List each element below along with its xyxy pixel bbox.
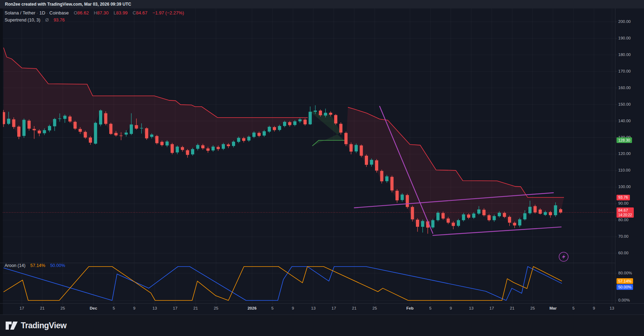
- close-value: 84.67: [136, 10, 148, 15]
- time-axis-divider: [0, 303, 644, 304]
- price-tick-label: 140.00: [618, 119, 631, 123]
- time-tick-label: 5: [271, 306, 274, 310]
- time-tick-label: 9: [292, 306, 294, 310]
- price-tick-label: 190.00: [618, 36, 631, 40]
- time-tick-label: 9: [593, 306, 595, 310]
- last-price-value: 84.67: [618, 208, 632, 213]
- low-value: 83.99: [116, 10, 128, 15]
- open-label: O: [74, 10, 77, 15]
- time-tick-label: Dec: [90, 306, 97, 310]
- time-tick-label: 13: [153, 306, 157, 310]
- supertrend-legend[interactable]: Supertrend (10, 3) Ø 93.76: [5, 18, 65, 23]
- tradingview-snapshot: Ron2ee created with TradingView.com, Mar…: [0, 0, 644, 336]
- interval-label: 1D: [39, 10, 45, 15]
- time-tick-label: 21: [40, 306, 45, 310]
- average-symbol: Ø: [45, 18, 49, 23]
- time-tick-label: 13: [469, 306, 474, 310]
- time-tick-label: 25: [214, 306, 219, 310]
- exchange-label: Coinbase: [49, 10, 69, 15]
- price-tick-label: 80.00: [618, 218, 628, 222]
- supertrend-value: 93.76: [54, 18, 65, 23]
- left-edge-strip: [0, 8, 3, 315]
- time-tick-label: 25: [530, 306, 535, 310]
- time-tick-label: Mar: [550, 306, 557, 310]
- open-value: 86.62: [77, 10, 89, 15]
- attribution-bar: Ron2ee created with TradingView.com, Mar…: [0, 0, 644, 8]
- time-tick-label: 21: [510, 306, 515, 310]
- low-label: L: [114, 10, 116, 15]
- price-tick-label: 200.00: [618, 19, 631, 24]
- time-tick-label: 2026: [247, 306, 257, 310]
- main-chart[interactable]: [0, 0, 644, 336]
- time-tick-label: 9: [133, 306, 135, 310]
- time-tick-label: 21: [352, 306, 357, 310]
- supertrend-up-price-tag: 128.30: [617, 137, 632, 143]
- price-tick-label: 90.00: [618, 201, 628, 205]
- aroon-legend[interactable]: Aroon (14) 57.14% 50.00%: [5, 263, 65, 268]
- time-tick-label: 25: [61, 306, 65, 310]
- time-tick-label: 17: [173, 306, 178, 310]
- aroon-up-tag: 57.14%: [617, 278, 633, 284]
- time-tick-label: Feb: [406, 306, 413, 310]
- time-tick-label: 17: [20, 306, 24, 310]
- time-tick-label: 21: [194, 306, 198, 310]
- price-tick-label: 120.00: [618, 151, 631, 156]
- price-tick-label: 70.00: [618, 234, 628, 238]
- time-tick-label: 25: [373, 306, 377, 310]
- close-label: C: [133, 10, 136, 15]
- symbol-legend[interactable]: Solana / Tether · 1D · Coinbase O86.62 H…: [5, 10, 184, 15]
- time-tick-label: 17: [490, 306, 494, 310]
- pane-divider[interactable]: [0, 263, 615, 263]
- price-tick-label: 160.00: [618, 86, 631, 90]
- price-tick-label: 110.00: [618, 168, 630, 172]
- aroon-down-value: 50.00%: [50, 263, 65, 268]
- time-tick-label: 5: [572, 306, 575, 310]
- aroon-down-tag: 50.00%: [617, 284, 633, 290]
- price-tick-label: 170.00: [618, 69, 631, 73]
- high-value: 87.30: [97, 10, 109, 15]
- time-tick-label: 13: [311, 306, 316, 310]
- aroon-tick-label: 80.00%: [618, 271, 632, 275]
- price-tick-label: 150.00: [618, 102, 631, 106]
- price-tick-label: 180.00: [618, 52, 631, 57]
- time-tick-label: 9: [450, 306, 452, 310]
- symbol-name: Solana / Tether: [5, 10, 35, 15]
- aroon-tick-label: 0.00%: [618, 298, 630, 302]
- attribution-text: Ron2ee created with TradingView.com, Mar…: [5, 2, 131, 7]
- supertrend-name: Supertrend (10, 3): [5, 18, 40, 23]
- price-tick-label: 60.00: [618, 251, 628, 255]
- last-price-tag: 84.67 14:20:22: [617, 207, 634, 218]
- time-tick-label: 17: [332, 306, 336, 310]
- time-tick-label: 13: [610, 306, 614, 310]
- time-tick-label: 5: [113, 306, 115, 310]
- high-label: H: [94, 10, 97, 15]
- change-value: −1.97 (−2.27%): [153, 10, 184, 15]
- aroon-name: Aroon (14): [5, 263, 25, 268]
- supertrend-price-tag: 93.76: [617, 195, 630, 200]
- aroon-up-value: 57.14%: [30, 263, 45, 268]
- brand-name[interactable]: TradingView: [21, 321, 67, 330]
- bar-countdown: 14:20:22: [618, 213, 632, 217]
- price-axis-divider: [615, 8, 615, 303]
- time-tick-label: 5: [429, 306, 431, 310]
- price-tick-label: 100.00: [618, 185, 631, 189]
- tradingview-logo-icon[interactable]: [5, 319, 19, 331]
- brand-bar: TradingView: [0, 315, 644, 336]
